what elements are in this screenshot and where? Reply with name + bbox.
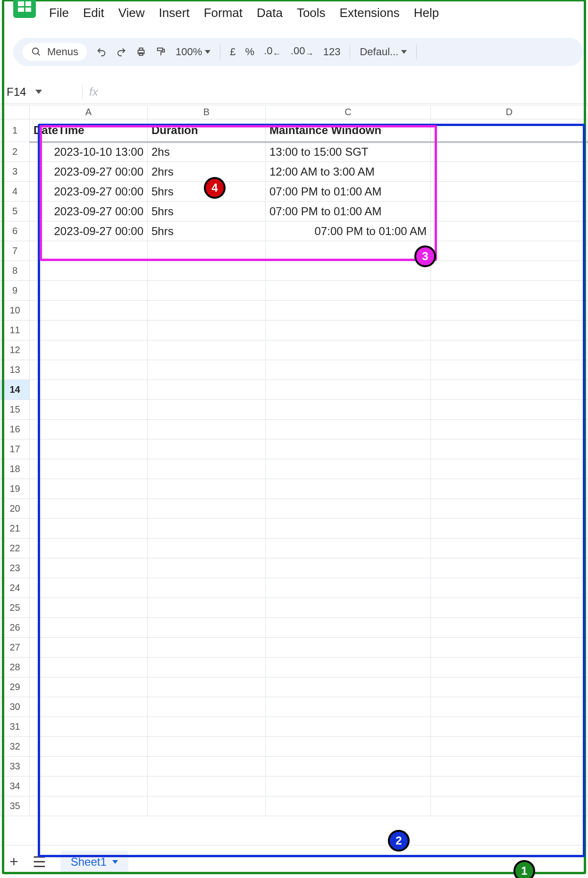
cell[interactable] <box>30 539 148 558</box>
row-header[interactable]: 8 <box>0 261 30 281</box>
cell[interactable]: 2hrs <box>148 162 266 182</box>
cell[interactable] <box>266 439 431 459</box>
row-header[interactable]: 9 <box>0 281 30 301</box>
row-header[interactable]: 23 <box>0 558 30 578</box>
cell[interactable] <box>30 638 148 658</box>
cell[interactable] <box>148 459 266 479</box>
percent-button[interactable]: % <box>245 46 255 58</box>
cell[interactable] <box>148 558 266 578</box>
cell[interactable] <box>266 301 431 321</box>
cell[interactable] <box>148 499 266 519</box>
select-all-corner[interactable] <box>0 105 30 119</box>
cell[interactable] <box>266 737 431 757</box>
cell[interactable] <box>431 420 588 439</box>
cell[interactable] <box>266 618 431 638</box>
cell[interactable] <box>431 439 588 459</box>
cell[interactable] <box>431 558 588 578</box>
row-header[interactable]: 34 <box>0 777 30 796</box>
cell[interactable] <box>431 618 588 638</box>
cell[interactable] <box>148 796 266 816</box>
cell[interactable] <box>148 439 266 459</box>
cell[interactable] <box>266 717 431 737</box>
cell[interactable] <box>148 618 266 638</box>
cell[interactable] <box>431 340 588 360</box>
row-header[interactable]: 29 <box>0 677 30 697</box>
cell[interactable] <box>148 281 266 301</box>
cell[interactable] <box>431 519 588 539</box>
cell[interactable] <box>266 519 431 539</box>
cell[interactable] <box>148 301 266 321</box>
cell[interactable] <box>431 241 588 261</box>
cell[interactable] <box>431 757 588 777</box>
cell[interactable] <box>148 638 266 658</box>
cell[interactable] <box>30 439 148 459</box>
cell[interactable] <box>266 697 431 717</box>
cell[interactable] <box>431 281 588 301</box>
cell[interactable] <box>266 499 431 519</box>
cell[interactable] <box>30 360 148 380</box>
cell[interactable]: 13:00 to 15:00 SGT <box>266 142 431 162</box>
cell[interactable] <box>431 119 588 142</box>
cell[interactable] <box>266 539 431 558</box>
cell[interactable] <box>431 717 588 737</box>
cell[interactable] <box>148 380 266 400</box>
cell[interactable] <box>30 796 148 816</box>
menu-data[interactable]: Data <box>257 6 283 20</box>
currency-button[interactable]: £ <box>230 46 235 58</box>
cell[interactable] <box>431 221 588 241</box>
cell[interactable] <box>30 777 148 796</box>
redo-icon[interactable] <box>116 47 126 57</box>
cell[interactable] <box>431 499 588 519</box>
menu-tools[interactable]: Tools <box>297 6 326 20</box>
name-box[interactable]: F14 <box>0 85 76 99</box>
row-header[interactable]: 22 <box>0 539 30 558</box>
cell[interactable] <box>30 757 148 777</box>
sheet-tab[interactable]: Sheet1 <box>60 851 128 873</box>
cell[interactable] <box>431 638 588 658</box>
cell[interactable] <box>431 737 588 757</box>
cell[interactable] <box>431 796 588 816</box>
col-header-A[interactable]: A <box>30 105 148 119</box>
cell[interactable] <box>30 618 148 638</box>
all-sheets-button[interactable]: ☰ <box>33 853 46 871</box>
cell[interactable] <box>148 737 266 757</box>
decrease-decimal-button[interactable]: .0← <box>264 45 281 59</box>
cell[interactable] <box>431 479 588 499</box>
col-header-B[interactable]: B <box>148 105 266 119</box>
row-header[interactable]: 4 <box>0 182 30 202</box>
cell[interactable] <box>30 400 148 420</box>
cell[interactable] <box>30 697 148 717</box>
cell[interactable] <box>266 340 431 360</box>
cell[interactable] <box>30 241 148 261</box>
row-header[interactable]: 7 <box>0 241 30 261</box>
cell[interactable] <box>266 321 431 340</box>
cell[interactable] <box>148 539 266 558</box>
row-header[interactable]: 12 <box>0 340 30 360</box>
cell[interactable] <box>148 578 266 598</box>
paint-format-icon[interactable] <box>156 47 166 57</box>
cell[interactable] <box>30 479 148 499</box>
cell[interactable] <box>30 301 148 321</box>
row-header[interactable]: 32 <box>0 737 30 757</box>
cell[interactable] <box>431 202 588 221</box>
cell[interactable] <box>148 479 266 499</box>
row-header[interactable]: 19 <box>0 479 30 499</box>
print-icon[interactable] <box>136 47 146 57</box>
cell[interactable] <box>431 261 588 281</box>
cell[interactable] <box>266 677 431 697</box>
row-header[interactable]: 20 <box>0 499 30 519</box>
col-header-D[interactable]: D <box>431 105 588 119</box>
cell[interactable] <box>30 737 148 757</box>
cell[interactable] <box>148 697 266 717</box>
cell[interactable] <box>30 321 148 340</box>
cell[interactable] <box>30 519 148 539</box>
row-header[interactable]: 13 <box>0 360 30 380</box>
cell[interactable] <box>431 598 588 618</box>
cell[interactable] <box>266 400 431 420</box>
cell[interactable] <box>266 558 431 578</box>
cell[interactable]: 2hs <box>148 142 266 162</box>
menu-help[interactable]: Help <box>414 6 439 20</box>
spreadsheet-grid[interactable]: A B C D 1DateTimeDurationMaintaince Wind… <box>0 105 588 845</box>
zoom-dropdown[interactable]: 100% <box>176 46 210 58</box>
cell[interactable] <box>148 321 266 340</box>
